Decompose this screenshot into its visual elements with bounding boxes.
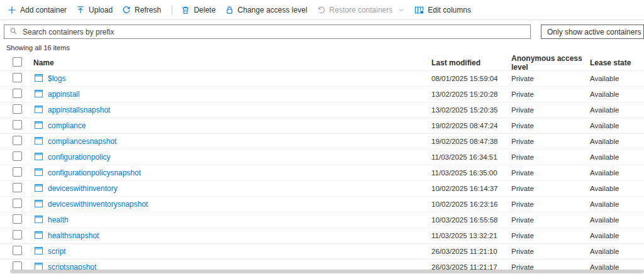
table-row: deviceswithinventory10/02/2025 16:14:37P… [0, 181, 644, 197]
table-row: deviceswithinventorysnapshot10/02/2025 1… [0, 197, 644, 212]
access-level-cell: Private [511, 106, 590, 114]
containers-page: Add container Upload Refresh Delete [0, 0, 644, 274]
lease-state-cell: Available [590, 248, 644, 255]
table-row: script26/03/2025 11:21:10PrivateAvailabl… [0, 244, 644, 260]
container-link[interactable]: script [48, 247, 66, 256]
search-icon [9, 27, 18, 37]
table-row: appinstall13/02/2025 15:20:28PrivateAvai… [0, 87, 644, 102]
add-container-button[interactable]: Add container [8, 6, 67, 14]
upload-button[interactable]: Upload [76, 6, 113, 14]
toolbar-divider [172, 5, 172, 15]
container-icon [35, 200, 43, 209]
row-checkbox[interactable] [13, 167, 22, 177]
last-modified-cell: 10/02/2025 16:23:16 [431, 200, 511, 208]
access-level-cell: Private [511, 185, 590, 192]
row-checkbox[interactable] [13, 151, 22, 161]
lease-state-cell: Available [590, 138, 644, 145]
table-row: health10/03/2025 16:55:58PrivateAvailabl… [0, 212, 644, 228]
container-icon [35, 74, 43, 84]
change-access-level-button[interactable]: Change access level [225, 6, 308, 14]
lease-state-cell: Available [590, 169, 644, 177]
last-modified-cell: 11/03/2025 16:34:51 [431, 153, 511, 161]
last-modified-cell: 08/01/2025 15:59:04 [431, 75, 511, 82]
plus-icon [8, 6, 16, 14]
edit-columns-label: Edit columns [428, 6, 471, 14]
row-checkbox[interactable] [13, 104, 22, 114]
container-link[interactable]: $logs [48, 74, 66, 83]
upload-label: Upload [89, 6, 113, 14]
row-checkbox[interactable] [13, 73, 22, 82]
container-link[interactable]: health [48, 216, 69, 224]
table-body: $logs08/01/2025 15:59:04PrivateAvailable… [0, 71, 644, 274]
lease-state-cell: Available [590, 122, 644, 129]
row-checkbox[interactable] [13, 120, 22, 129]
command-bar: Add container Upload Refresh Delete [0, 0, 644, 20]
row-checkbox[interactable] [13, 246, 22, 255]
container-link[interactable]: appinstall [48, 90, 80, 99]
container-link[interactable]: healthsnapshot [48, 231, 99, 240]
container-link[interactable]: configurationpolicysnapshot [48, 168, 141, 177]
container-icon [35, 90, 43, 99]
last-modified-cell: 19/02/2025 08:47:24 [431, 122, 511, 129]
table-row: compliance19/02/2025 08:47:24PrivateAvai… [0, 118, 644, 134]
access-level-cell: Private [511, 248, 590, 255]
restore-icon [317, 6, 326, 14]
horizontal-scrollbar[interactable] [10, 270, 644, 273]
container-icon [35, 231, 43, 241]
row-checkbox[interactable] [13, 214, 22, 224]
row-checkbox[interactable] [13, 230, 22, 239]
row-checkbox[interactable] [13, 136, 22, 145]
row-checkbox[interactable] [13, 199, 22, 208]
upload-icon [76, 6, 85, 14]
row-checkbox[interactable] [13, 89, 22, 98]
select-all-checkbox[interactable] [13, 57, 22, 67]
active-containers-filter[interactable]: Only show active containers [541, 25, 644, 39]
container-icon [35, 168, 43, 178]
column-header-name: Name [30, 58, 431, 67]
container-link[interactable]: compliancesnapshot [48, 137, 116, 146]
last-modified-cell: 10/03/2025 16:55:58 [431, 216, 511, 224]
lease-state-cell: Available [590, 185, 644, 192]
lease-state-cell: Available [590, 90, 644, 98]
container-link[interactable]: configurationpolicy [48, 153, 110, 162]
lease-state-cell: Available [590, 216, 644, 224]
container-link[interactable]: deviceswithinventory [48, 184, 118, 193]
row-checkbox[interactable] [13, 183, 22, 192]
access-level-cell: Private [511, 200, 590, 208]
table-row: compliancesnapshot19/02/2025 08:47:38Pri… [0, 134, 644, 150]
container-icon [35, 184, 43, 194]
access-level-cell: Private [511, 232, 590, 239]
container-icon [35, 121, 43, 131]
table-row: configurationpolicy11/03/2025 16:34:51Pr… [0, 150, 644, 165]
table-header-row: Name Last modified Anonymous access leve… [0, 54, 644, 71]
lease-state-cell: Available [590, 106, 644, 114]
lease-state-cell: Available [590, 200, 644, 208]
change-access-level-label: Change access level [238, 6, 308, 14]
table-row: appinstallsnapshot13/02/2025 15:20:35Pri… [0, 102, 644, 118]
filters-row: Only show active containers [0, 20, 644, 43]
column-header-last-modified: Last modified [431, 58, 511, 67]
access-level-cell: Private [511, 216, 590, 224]
container-link[interactable]: compliance [48, 121, 86, 130]
table-row: configurationpolicysnapshot11/03/2025 16… [0, 165, 644, 181]
refresh-icon [122, 6, 131, 14]
last-modified-cell: 19/02/2025 08:47:38 [431, 138, 511, 145]
delete-button[interactable]: Delete [181, 6, 216, 14]
search-input[interactable] [23, 28, 525, 36]
container-icon [35, 137, 43, 146]
active-containers-filter-value: Only show active containers [547, 28, 641, 36]
trash-icon [181, 6, 190, 14]
restore-containers-button[interactable]: Restore containers [317, 6, 406, 14]
last-modified-cell: 11/03/2025 16:35:00 [431, 169, 511, 177]
column-header-access-level: Anonymous access level [511, 54, 590, 72]
container-link[interactable]: deviceswithinventorysnapshot [48, 200, 148, 209]
refresh-button[interactable]: Refresh [122, 6, 161, 14]
container-icon [35, 106, 43, 115]
access-level-cell: Private [511, 75, 590, 82]
container-link[interactable]: appinstallsnapshot [48, 106, 110, 114]
access-level-cell: Private [511, 122, 590, 129]
restore-containers-label: Restore containers [330, 6, 393, 14]
column-header-lease-state: Lease state [590, 58, 644, 67]
edit-columns-button[interactable]: Edit columns [414, 6, 471, 14]
refresh-label: Refresh [135, 6, 161, 14]
